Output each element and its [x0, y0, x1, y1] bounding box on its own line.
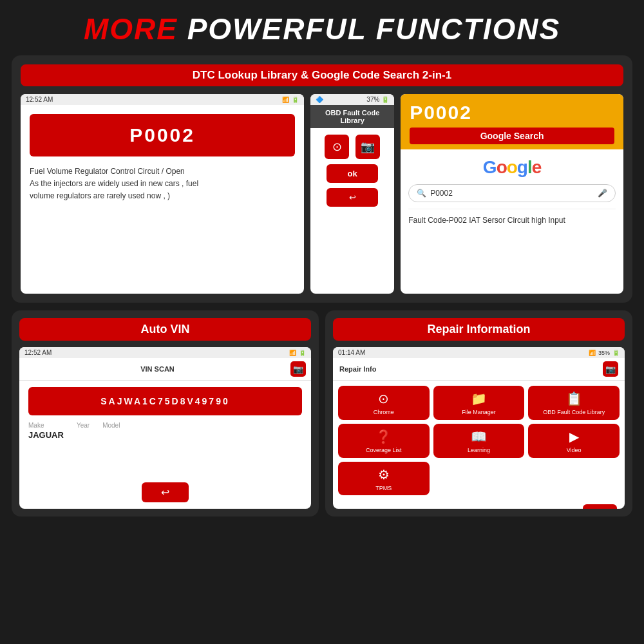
- popup-header-label: OBD Fault Code Library: [310, 105, 394, 128]
- dtc-left-screen: 12:52 AM 📶 🔋 P0002 Fuel Volume Regulator…: [21, 94, 304, 294]
- app-icon-video[interactable]: ▶Video: [528, 424, 620, 458]
- dtc-popup-screen: 🔷 37% 🔋 OBD Fault Code Library ⊙ 📷: [310, 94, 394, 294]
- vin-statusbar-icons: 📶 🔋: [289, 350, 306, 356]
- vin-combined-screen: 12:52 AM 📶 🔋 VIN SCAN 📷 SAJWA1C75D8V4979…: [19, 347, 311, 509]
- repair-wifi-icon: 📶: [589, 350, 596, 356]
- statusbar-middle: 🔷 37% 🔋: [310, 94, 394, 105]
- back-arrow-icon: ↩: [349, 193, 356, 202]
- dtc-right-panel: P0002 Google Search Google 🔍 P0002 🎤 Fau…: [401, 94, 623, 294]
- dtc-desc-line3: volume regulators are rarely used now , …: [30, 191, 170, 200]
- chrome-icon-btn[interactable]: ⊙: [325, 135, 349, 159]
- vin-year-col: Year: [77, 422, 90, 440]
- statusbar-icons-left: 📶 🔋: [282, 97, 299, 103]
- popup-title: OBD Fault Code Library: [325, 109, 379, 124]
- popup-body: ⊙ 📷 ok ↩: [310, 128, 394, 213]
- dtc-desc-line2: As the injectors are widely used in new …: [30, 179, 198, 188]
- vin-section-half: Auto VIN 12:52 AM 📶 🔋 VIN SCAN 📷: [12, 310, 319, 516]
- dtc-description: Fuel Volume Regulator Control Circuit / …: [30, 166, 295, 203]
- battery-middle: 37% 🔋: [366, 96, 389, 103]
- app-label: OBD Fault Code Library: [543, 409, 605, 416]
- repair-back-button[interactable]: ↩: [583, 504, 617, 509]
- dtc-badge: DTC Lookup Library & Google Code Search …: [21, 64, 623, 86]
- app-grid: ⊙Chrome📁File Manager📋OBD Fault Code Libr…: [333, 381, 625, 500]
- vin-make-col: Make JAGUAR: [28, 422, 64, 440]
- app-icon-tpms[interactable]: ⚙TPMS: [338, 462, 430, 496]
- bt-icon: 🔷: [316, 96, 323, 103]
- repair-battery-icon: 🔋: [612, 350, 620, 356]
- wifi-icon: 📶: [282, 97, 289, 103]
- app-symbol: ❓: [375, 429, 392, 444]
- dtc-left-phone: 12:52 AM 📶 🔋 P0002 Fuel Volume Regulator…: [21, 94, 304, 294]
- vin-scan-title: VIN SCAN: [24, 365, 290, 373]
- app-label: Learning: [468, 447, 490, 454]
- app-label: Coverage List: [366, 447, 402, 454]
- statusbar-left: 12:52 AM 📶 🔋: [21, 94, 304, 105]
- app-label: TPMS: [375, 485, 392, 492]
- g-letter-l: l: [527, 157, 532, 177]
- dtc-desc-line1: Fuel Volume Regulator Control Circuit / …: [30, 167, 185, 176]
- app-symbol: 📁: [471, 391, 487, 406]
- dtc-content: 12:52 AM 📶 🔋 P0002 Fuel Volume Regulator…: [21, 94, 623, 294]
- vin-number-display: SAJWA1C75D8V49790: [28, 387, 302, 415]
- google-body: Google 🔍 P0002 🎤 Fault Code-P002 IAT Ser…: [401, 149, 623, 294]
- app-label: Chrome: [374, 409, 394, 416]
- vin-back-icon: ↩: [161, 487, 169, 498]
- app-icon-obd-fault-code-library[interactable]: 📋OBD Fault Code Library: [528, 386, 620, 420]
- vin-status-time: 12:52 AM: [24, 349, 52, 356]
- g-letter-e: e: [532, 157, 542, 177]
- vin-back-button[interactable]: ↩: [142, 482, 189, 502]
- dtc-middle-popup: 🔷 37% 🔋 OBD Fault Code Library ⊙ 📷: [310, 94, 394, 294]
- app-label: File Manager: [462, 409, 496, 416]
- header-rest: POWERFUL FUNCTIONS: [178, 12, 560, 46]
- vin-make-value: JAGUAR: [28, 430, 64, 440]
- vin-model-label: Model: [102, 422, 120, 429]
- google-fault-code: P0002: [410, 102, 614, 124]
- google-result-text: Fault Code-P002 IAT Sersor Circuit high …: [408, 209, 616, 226]
- vin-badge: Auto VIN: [19, 318, 311, 341]
- google-panel-header: P0002 Google Search: [401, 94, 623, 149]
- vin-wifi-icon: 📶: [289, 350, 296, 356]
- g-letter-g: G: [483, 157, 497, 177]
- camera-icon-btn-popup[interactable]: 📷: [355, 135, 380, 159]
- vin-make-label: Make: [28, 422, 64, 429]
- vin-statusbar: 12:52 AM 📶 🔋: [19, 347, 311, 358]
- vin-battery-icon: 🔋: [299, 350, 306, 356]
- app-symbol: 📋: [566, 391, 582, 406]
- popup-icons-row: ⊙ 📷: [325, 135, 380, 159]
- app-icon-learning[interactable]: 📖Learning: [433, 424, 525, 458]
- app-icon-chrome[interactable]: ⊙Chrome: [338, 386, 430, 420]
- bottom-section: Auto VIN 12:52 AM 📶 🔋 VIN SCAN 📷: [12, 310, 632, 516]
- app-symbol: ⚙: [378, 467, 390, 482]
- popup-back-button[interactable]: ↩: [327, 188, 378, 207]
- repair-camera-button[interactable]: 📷: [603, 361, 618, 377]
- mic-icon: 🎤: [598, 189, 607, 198]
- app-icon-file-manager[interactable]: 📁File Manager: [433, 386, 525, 420]
- app-icon-coverage-list[interactable]: ❓Coverage List: [338, 424, 430, 458]
- popup-ok-button[interactable]: ok: [327, 164, 378, 183]
- vin-camera-button[interactable]: 📷: [290, 361, 306, 377]
- app-label: Video: [567, 447, 582, 454]
- repair-badge: Repair Information: [333, 318, 625, 341]
- repair-statusbar: 01:14 AM 📶 35% 🔋: [333, 347, 625, 358]
- chrome-icon: ⊙: [332, 140, 342, 154]
- app-symbol: ⊙: [378, 391, 389, 406]
- google-panel: P0002 Google Search Google 🔍 P0002 🎤 Fau…: [401, 94, 623, 294]
- camera-icon: 📷: [361, 140, 375, 154]
- dtc-screen-body: P0002 Fuel Volume Regulator Control Circ…: [21, 105, 304, 212]
- repair-camera-icon: 📷: [605, 365, 616, 374]
- repair-header-label: Repair Info: [339, 365, 376, 373]
- google-search-button[interactable]: Google Search: [410, 128, 614, 144]
- search-icon: 🔍: [417, 189, 426, 198]
- repair-status-time: 01:14 AM: [338, 349, 365, 356]
- status-time-left: 12:52 AM: [26, 96, 53, 103]
- vin-scan-header: VIN SCAN 📷: [19, 358, 311, 381]
- repair-section-half: Repair Information 01:14 AM 📶 35% 🔋 Repa…: [325, 310, 632, 516]
- g-letter-o2: o: [507, 157, 517, 177]
- dtc-section-card: DTC Lookup Library & Google Code Search …: [12, 55, 632, 303]
- app-symbol: ▶: [569, 429, 579, 444]
- dtc-code-display: P0002: [30, 114, 295, 156]
- repair-screen-header: Repair Info 📷: [333, 358, 625, 381]
- google-search-box[interactable]: 🔍 P0002 🎤: [408, 184, 616, 202]
- vin-camera-icon: 📷: [293, 365, 303, 374]
- app-symbol: 📖: [471, 429, 487, 444]
